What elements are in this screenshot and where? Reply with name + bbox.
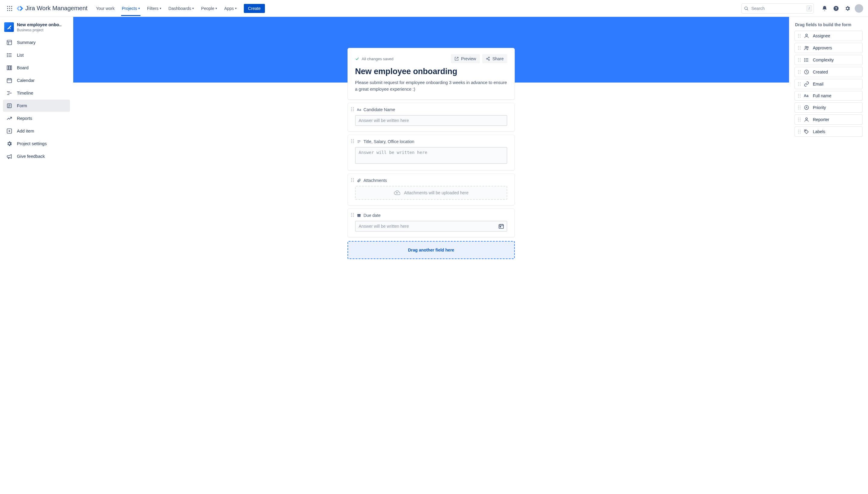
external-link-icon xyxy=(455,57,459,61)
upload-cloud-icon xyxy=(394,189,400,196)
svg-point-101 xyxy=(800,106,800,106)
drag-field-dropzone[interactable]: Drag another field here xyxy=(348,241,515,259)
product-logo[interactable]: Jira Work Management xyxy=(17,5,87,12)
form-description[interactable]: Please submit request for employee onboa… xyxy=(355,79,507,93)
svg-point-84 xyxy=(800,72,800,72)
svg-text:?: ? xyxy=(835,6,837,10)
sidebar-item-label: Add item xyxy=(17,129,34,133)
link-icon xyxy=(804,81,810,87)
nav-dashboards[interactable]: Dashboards ▾ xyxy=(165,1,197,16)
svg-point-114 xyxy=(798,130,799,130)
form-field-card[interactable]: Title, Salary, Office location xyxy=(348,135,515,170)
search-input[interactable] xyxy=(741,3,814,14)
attachments-dropzone[interactable]: Attachments will be uploaded here xyxy=(355,186,507,200)
drag-handle-icon[interactable] xyxy=(350,178,354,182)
settings-icon[interactable] xyxy=(843,4,852,13)
user-avatar[interactable] xyxy=(855,4,863,13)
tag-icon xyxy=(804,129,810,134)
sidebar-item-add-item[interactable]: Add item xyxy=(3,125,70,137)
svg-point-111 xyxy=(798,121,799,121)
field-paragraph-input[interactable] xyxy=(355,147,507,164)
svg-point-57 xyxy=(800,36,800,36)
nav-projects[interactable]: Projects ▾ xyxy=(119,1,143,16)
field-picker-labels[interactable]: Labels xyxy=(794,127,863,137)
sidebar-item-calendar[interactable]: Calendar xyxy=(3,74,70,87)
field-date-input[interactable] xyxy=(355,221,507,232)
drag-handle-icon[interactable] xyxy=(350,139,354,143)
sidebar-item-label: Calendar xyxy=(17,78,35,83)
field-picker-label: Labels xyxy=(813,129,825,134)
nav-your-work[interactable]: Your work xyxy=(93,1,117,16)
field-picker-complexity[interactable]: Complexity xyxy=(794,55,863,65)
people-icon xyxy=(804,45,810,51)
field-picker-reporter[interactable]: Reporter xyxy=(794,114,863,125)
field-picker-email[interactable]: Email xyxy=(794,79,863,89)
reports-icon xyxy=(6,115,13,122)
sidebar-item-label: Reports xyxy=(17,116,32,121)
drag-handle-icon[interactable] xyxy=(350,213,354,217)
svg-point-90 xyxy=(798,84,799,84)
product-name: Jira Work Management xyxy=(25,5,87,12)
form-title[interactable]: New employee onboarding xyxy=(355,67,507,76)
sidebar: New employee onbo.. Business project Sum… xyxy=(0,17,73,494)
project-header[interactable]: New employee onbo.. Business project xyxy=(0,20,73,36)
app-switcher-icon[interactable] xyxy=(5,4,15,13)
nav-apps[interactable]: Apps ▾ xyxy=(221,1,240,16)
chevron-down-icon: ▾ xyxy=(235,7,237,10)
svg-point-85 xyxy=(798,73,799,74)
sidebar-item-project-settings[interactable]: Project settings xyxy=(3,138,70,150)
form-icon xyxy=(6,102,13,109)
help-icon[interactable]: ? xyxy=(832,4,840,13)
preview-label: Preview xyxy=(461,56,476,61)
field-type-icon: Aa xyxy=(357,108,361,111)
timeline-icon xyxy=(6,90,13,96)
svg-point-109 xyxy=(798,119,799,120)
calendar-icon[interactable] xyxy=(498,223,504,229)
sidebar-item-summary[interactable]: Summary xyxy=(3,36,70,49)
nav-label: Projects xyxy=(122,6,137,11)
notifications-icon[interactable] xyxy=(820,4,829,13)
field-text-input[interactable] xyxy=(355,115,507,126)
svg-point-102 xyxy=(798,107,799,108)
svg-point-40 xyxy=(486,58,487,59)
sidebar-item-timeline[interactable]: Timeline xyxy=(3,87,70,99)
svg-point-86 xyxy=(800,73,800,74)
nav-people[interactable]: People ▾ xyxy=(198,1,220,16)
field-picker-assignee[interactable]: Assignee xyxy=(794,31,863,41)
drag-handle-icon xyxy=(798,58,801,62)
field-picker-label: Created xyxy=(813,70,828,74)
field-picker-approvers[interactable]: Approvers xyxy=(794,43,863,53)
svg-point-1 xyxy=(9,6,10,7)
svg-point-104 xyxy=(798,109,799,109)
svg-point-21 xyxy=(7,57,8,57)
drag-handle-icon xyxy=(798,82,801,86)
megaphone-icon xyxy=(6,153,13,160)
create-button[interactable]: Create xyxy=(244,4,265,13)
sidebar-item-reports[interactable]: Reports xyxy=(3,112,70,125)
form-field-card[interactable]: Aa Candidate Name xyxy=(348,103,515,132)
sidebar-item-list[interactable]: List xyxy=(3,49,70,61)
drag-handle-icon xyxy=(798,94,801,98)
svg-point-73 xyxy=(798,61,799,62)
sidebar-item-board[interactable]: Board xyxy=(3,62,70,74)
sidebar-item-form[interactable]: Form xyxy=(3,100,70,112)
field-type-icon xyxy=(357,178,361,183)
svg-point-65 xyxy=(798,49,799,50)
svg-point-95 xyxy=(800,94,800,95)
form-field-card[interactable]: Attachments Attachments will be uploaded… xyxy=(348,173,515,205)
preview-button[interactable]: Preview xyxy=(451,54,480,63)
summary-icon xyxy=(6,39,13,46)
svg-rect-25 xyxy=(7,79,12,83)
share-button[interactable]: Share xyxy=(482,54,507,63)
field-picker-priority[interactable]: Priority xyxy=(794,102,863,113)
nav-filters[interactable]: Filters ▾ xyxy=(144,1,164,16)
sidebar-item-label: Give feedback xyxy=(17,154,45,159)
field-picker-created[interactable]: Created xyxy=(794,67,863,77)
drag-handle-icon[interactable] xyxy=(350,107,354,111)
form-field-card[interactable]: Due date xyxy=(348,208,515,238)
clock-icon xyxy=(804,69,810,75)
sidebar-item-give-feedback[interactable]: Give feedback xyxy=(3,150,70,163)
project-avatar-icon xyxy=(4,22,14,32)
field-picker-full-name[interactable]: Aa Full name xyxy=(794,91,863,101)
sidebar-item-label: Summary xyxy=(17,40,36,45)
